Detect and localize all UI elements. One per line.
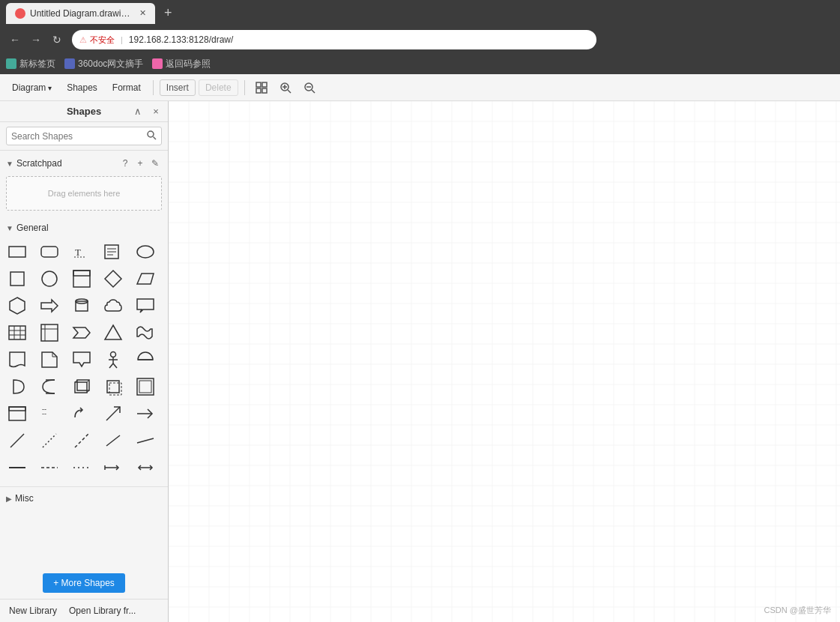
zoom-out-button[interactable] bbox=[299, 77, 320, 98]
shape-line-straight[interactable] bbox=[133, 428, 158, 453]
shape-label[interactable]: ---- bbox=[37, 401, 62, 426]
scratchpad-help-button[interactable]: ? bbox=[118, 157, 132, 170]
shape-line-dotted-diag[interactable] bbox=[37, 428, 62, 453]
general-title: General bbox=[16, 223, 162, 233]
shape-cylinder[interactable] bbox=[69, 293, 94, 318]
new-library-button[interactable]: New Library bbox=[6, 604, 60, 618]
misc-section: ▶ Misc bbox=[0, 486, 168, 510]
scratchpad-header[interactable]: ▼ Scratchpad ? + ✎ bbox=[0, 154, 168, 173]
shape-line-short[interactable] bbox=[69, 428, 94, 453]
more-shapes-button[interactable]: + More Shapes bbox=[43, 573, 125, 593]
svg-rect-22 bbox=[10, 272, 24, 286]
main-layout: Shapes ∧ × ▼ Scratchpad ? bbox=[0, 101, 840, 622]
shape-line-h-dot[interactable] bbox=[69, 455, 94, 480]
shape-table[interactable] bbox=[4, 320, 30, 345]
browser-chrome: Untitled Diagram.drawio - dra... ✕ + bbox=[0, 0, 840, 26]
shape-page[interactable] bbox=[37, 347, 62, 372]
shape-half-circle[interactable] bbox=[133, 347, 158, 372]
shape-terminal[interactable] bbox=[4, 401, 30, 426]
shape-diamond[interactable] bbox=[100, 266, 126, 292]
format-menu[interactable]: Format bbox=[106, 79, 147, 96]
shape-note[interactable] bbox=[100, 239, 126, 265]
shape-parallelogram[interactable] bbox=[133, 266, 158, 292]
shape-chevron[interactable] bbox=[69, 320, 94, 345]
bookmark-return-code[interactable]: 返回码参照 bbox=[152, 58, 211, 70]
shape-arrow-diagonal-up[interactable] bbox=[100, 401, 126, 426]
shape-hexagon[interactable] bbox=[4, 293, 30, 318]
browser-tab[interactable]: Untitled Diagram.drawio - dra... ✕ bbox=[6, 3, 155, 24]
open-library-button[interactable]: Open Library fr... bbox=[66, 604, 139, 618]
bookmark-360doc[interactable]: 360doc网文摘手 bbox=[64, 58, 143, 70]
address-bar[interactable]: ⚠ 不安全 | 192.168.2.133:8128/draw/ bbox=[72, 30, 596, 49]
diagram-menu[interactable]: Diagram bbox=[6, 79, 58, 96]
scratchpad-title: Scratchpad bbox=[16, 158, 118, 169]
scratchpad-actions: ? + ✎ bbox=[118, 157, 162, 170]
general-header[interactable]: ▼ General bbox=[0, 220, 168, 236]
close-panel-button[interactable]: × bbox=[148, 104, 163, 119]
svg-text:--: -- bbox=[42, 405, 46, 413]
tab-title: Untitled Diagram.drawio - dra... bbox=[30, 8, 135, 19]
bookmark-new-tab[interactable]: 新标签页 bbox=[6, 58, 55, 70]
shape-text[interactable]: T bbox=[69, 239, 94, 265]
forward-button[interactable]: → bbox=[27, 31, 45, 49]
shape-curve-arrow[interactable] bbox=[69, 401, 94, 426]
scratchpad-add-button[interactable]: + bbox=[133, 157, 147, 170]
svg-line-69 bbox=[106, 435, 120, 446]
shape-frame[interactable] bbox=[133, 374, 158, 399]
scratchpad-edit-button[interactable]: ✎ bbox=[148, 157, 162, 170]
shape-rounded-rect[interactable] bbox=[37, 239, 62, 265]
shape-line-arrow-both[interactable] bbox=[133, 455, 158, 480]
shape-callout2[interactable] bbox=[69, 347, 94, 372]
tab-close-button[interactable]: ✕ bbox=[139, 8, 146, 18]
shape-line-h-solid[interactable] bbox=[4, 455, 30, 480]
bookmarks-bar: 新标签页 360doc网文摘手 返回码参照 bbox=[0, 53, 840, 74]
svg-rect-24 bbox=[73, 271, 90, 287]
shape-triangle-shape[interactable] bbox=[100, 320, 126, 345]
shape-wave[interactable] bbox=[133, 320, 158, 345]
svg-line-47 bbox=[113, 363, 117, 368]
bookmark-icon-2 bbox=[64, 58, 75, 69]
separator: | bbox=[121, 35, 123, 44]
shapes-menu[interactable]: Shapes bbox=[61, 79, 103, 96]
shape-callout[interactable] bbox=[133, 293, 158, 318]
misc-header[interactable]: ▶ Misc bbox=[0, 490, 168, 507]
insert-button[interactable]: Insert bbox=[160, 79, 196, 96]
shape-line-h-dash[interactable] bbox=[37, 455, 62, 480]
drawing-canvas[interactable]: CSDN @盛世芳华 bbox=[169, 101, 840, 622]
shape-square[interactable] bbox=[4, 266, 30, 292]
shape-document[interactable] bbox=[4, 347, 30, 372]
shape-c-shape[interactable] bbox=[37, 374, 62, 399]
shape-cloud[interactable] bbox=[100, 293, 126, 318]
shape-arrow-right-plain[interactable] bbox=[133, 401, 158, 426]
svg-rect-3 bbox=[262, 88, 267, 93]
shape-d-shape[interactable] bbox=[4, 374, 30, 399]
general-toggle-icon: ▼ bbox=[6, 224, 13, 232]
back-button[interactable]: ← bbox=[6, 31, 24, 49]
app-toolbar: Diagram Shapes Format Insert Delete bbox=[0, 74, 840, 101]
shape-box[interactable] bbox=[69, 374, 94, 399]
shape-line-arrow-right[interactable] bbox=[100, 455, 126, 480]
shape-actor[interactable] bbox=[100, 347, 126, 372]
new-tab-button[interactable]: + bbox=[160, 5, 177, 21]
fit-page-button[interactable] bbox=[251, 77, 272, 98]
shape-arrow-right[interactable] bbox=[37, 293, 62, 318]
shape-swimlane[interactable] bbox=[37, 320, 62, 345]
general-section: ▼ General T bbox=[0, 217, 168, 486]
shape-line-angled[interactable] bbox=[100, 428, 126, 453]
shape-rectangle[interactable] bbox=[4, 239, 30, 265]
shape-box2[interactable] bbox=[100, 374, 126, 399]
shape-circle[interactable] bbox=[37, 266, 62, 292]
security-icon: ⚠ bbox=[79, 35, 87, 45]
search-shapes-input[interactable] bbox=[11, 131, 146, 142]
sidebar-header-buttons: ∧ × bbox=[130, 104, 163, 119]
shape-container[interactable] bbox=[69, 266, 94, 292]
svg-marker-42 bbox=[42, 352, 57, 367]
collapse-panel-button[interactable]: ∧ bbox=[130, 104, 145, 119]
shape-line-diag[interactable] bbox=[4, 428, 30, 453]
shape-ellipse[interactable] bbox=[133, 239, 158, 265]
refresh-button[interactable]: ↻ bbox=[48, 31, 66, 49]
svg-marker-26 bbox=[105, 271, 121, 287]
zoom-in-button[interactable] bbox=[275, 77, 296, 98]
search-button[interactable] bbox=[146, 130, 157, 142]
svg-rect-2 bbox=[256, 88, 261, 93]
